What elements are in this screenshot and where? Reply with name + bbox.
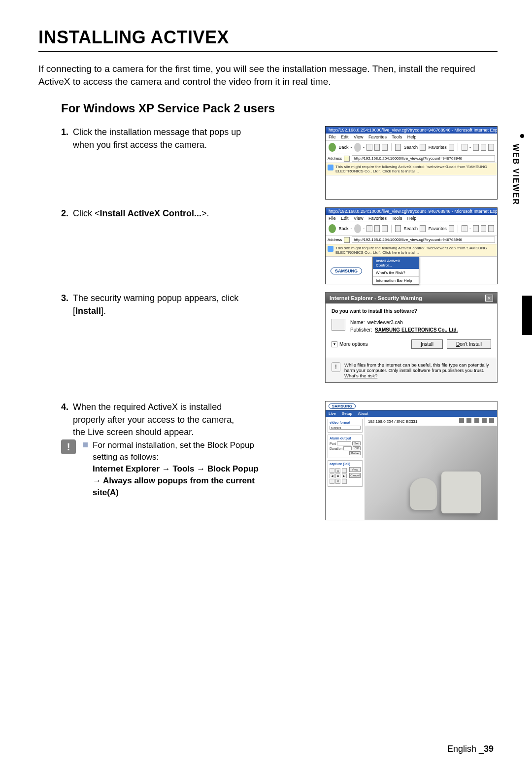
search-label: Search xyxy=(404,226,418,231)
ie1-window-title: http://192.168.0.254:10000/live_view.cgi… xyxy=(326,127,497,134)
favorites-icon[interactable] xyxy=(420,225,426,232)
mail-icon[interactable] xyxy=(462,144,467,151)
menu-edit[interactable]: Edit xyxy=(341,216,349,221)
tab-about[interactable]: About xyxy=(358,411,368,416)
arrow-left-icon[interactable]: ◀ xyxy=(330,473,334,478)
edit-icon[interactable] xyxy=(481,225,487,232)
cancel-button[interactable]: Cancel xyxy=(349,473,361,478)
menu-tools[interactable]: Tools xyxy=(392,216,402,221)
refresh-icon[interactable] xyxy=(374,144,380,151)
discuss-icon[interactable] xyxy=(488,144,494,151)
infobar-text: This site might require the following Ac… xyxy=(335,165,495,173)
mail-icon[interactable] xyxy=(462,225,467,232)
live-tool-icon[interactable] xyxy=(459,418,464,423)
menu-help[interactable]: Help xyxy=(407,135,417,139)
menu-file[interactable]: File xyxy=(329,135,336,139)
forward-icon[interactable] xyxy=(354,224,362,233)
page-icon xyxy=(344,156,350,162)
live-tool-icon[interactable] xyxy=(466,418,471,423)
live-tool-icon[interactable] xyxy=(489,418,494,423)
address-url[interactable]: http://192.168.0.254:10000/live_view.cgi… xyxy=(352,155,495,162)
live-tool-icon[interactable] xyxy=(474,418,479,423)
dont-install-button[interactable]: Don't Install xyxy=(447,339,491,349)
live-toolbar-icons xyxy=(458,418,494,424)
menu-favorites[interactable]: Favorites xyxy=(368,216,387,221)
favorites-icon[interactable] xyxy=(420,144,426,151)
ie2-information-bar[interactable]: This site might require the following Ac… xyxy=(326,244,497,257)
ie2-address-bar: Address http://192.168.0.254:10000/live_… xyxy=(326,236,497,244)
stop-icon[interactable] xyxy=(366,225,372,232)
arrow-down-icon[interactable]: ▼ xyxy=(335,479,340,484)
ctx-install-activex[interactable]: Install ActiveX Control... xyxy=(373,257,419,269)
set-button[interactable]: Set xyxy=(352,441,361,445)
port-input[interactable] xyxy=(337,441,351,445)
discuss-icon[interactable] xyxy=(488,225,494,232)
menu-tools[interactable]: Tools xyxy=(392,135,402,139)
more-options-toggle[interactable]: ▾ More options xyxy=(332,341,368,347)
media-icon[interactable] xyxy=(449,225,455,232)
print-icon[interactable] xyxy=(473,144,479,151)
intro-text: If connecting to a camera for the first … xyxy=(38,63,498,88)
tab-live[interactable]: Live xyxy=(329,411,336,416)
back-icon[interactable] xyxy=(329,224,336,233)
port-label: Port xyxy=(330,442,336,445)
step-2-text: Click <Install ActiveX Control...>. xyxy=(73,207,243,281)
step-3-text: The security warning popup appears, clic… xyxy=(73,292,243,393)
sec-title-text: Internet Explorer - Security Warning xyxy=(330,295,422,301)
menu-favorites[interactable]: Favorites xyxy=(368,135,387,139)
live-video-frame xyxy=(365,426,497,520)
pulse-button[interactable]: Pulse xyxy=(349,451,361,455)
video-format-select[interactable]: MJPEG xyxy=(330,426,361,430)
side-tab-label: WEB VIEWER xyxy=(511,142,520,205)
menu-help[interactable]: Help xyxy=(407,216,417,221)
off-button[interactable]: Off xyxy=(353,446,361,450)
step-4-text: When the required ActiveX is installed p… xyxy=(73,401,243,438)
nav-center-icon[interactable]: ■ xyxy=(335,473,340,478)
address-url[interactable]: http://192.168.0.254:10000/live_view.cgi… xyxy=(352,236,495,243)
ie1-menu-bar: File Edit View Favorites Tools Help xyxy=(326,134,497,141)
infobar-text: This site might require the following Ac… xyxy=(335,246,495,255)
media-icon[interactable] xyxy=(449,144,455,151)
arrow-up-icon[interactable]: ▲ xyxy=(335,468,340,473)
tab-setup[interactable]: Setup xyxy=(342,411,352,416)
menu-file[interactable]: File xyxy=(329,216,336,221)
live-sidebar: video format MJPEG Alarm output Port xyxy=(326,417,365,520)
duration-input[interactable] xyxy=(343,446,352,450)
screenshot-ie-2: http://192.168.0.254:10000/live_view.cgi… xyxy=(325,207,498,284)
refresh-icon[interactable] xyxy=(374,225,380,232)
step-3-number: 3. xyxy=(61,292,73,393)
ie2-window-title: http://192.168.0.254:10000/live_view.cgi… xyxy=(326,208,497,215)
page-title: INSTALLING ACTIVEX xyxy=(38,27,498,52)
ctx-whats-the-risk[interactable]: What's the Risk? xyxy=(373,269,419,276)
install-button[interactable]: Install xyxy=(411,339,443,349)
search-icon[interactable] xyxy=(395,225,401,232)
step-1-text: Click the installation message that pops… xyxy=(73,126,243,190)
more-options-label: More options xyxy=(339,341,368,347)
home-icon[interactable] xyxy=(382,225,388,232)
print-icon[interactable] xyxy=(473,225,479,232)
ie1-toolbar: Back - - Search Favorites xyxy=(326,141,497,154)
ie2-toolbar: Back - - Search Favorites xyxy=(326,222,497,236)
arrow-right-icon[interactable]: ▶ xyxy=(342,473,347,478)
menu-view[interactable]: View xyxy=(354,135,363,139)
dash3: - xyxy=(469,145,471,150)
edit-icon[interactable] xyxy=(481,144,487,151)
ie1-content xyxy=(326,175,497,199)
whats-the-risk-link[interactable]: What's the risk? xyxy=(344,373,377,378)
home-icon[interactable] xyxy=(382,144,388,151)
stop-icon[interactable] xyxy=(366,144,372,151)
back-icon[interactable] xyxy=(329,143,336,152)
ie1-information-bar[interactable]: This site might require the following Ac… xyxy=(326,163,497,175)
close-icon[interactable]: × xyxy=(485,295,493,302)
live-tabs: Live Setup About xyxy=(326,410,497,417)
sec-publisher-link[interactable]: SAMSUNG ELECTRONICS Co., Ltd. xyxy=(375,327,458,333)
back-label: Back xyxy=(339,145,349,150)
ie2-menu-bar: File Edit View Favorites Tools Help xyxy=(326,215,497,222)
menu-view[interactable]: View xyxy=(354,216,363,221)
view-button[interactable]: View xyxy=(349,467,361,472)
menu-edit[interactable]: Edit xyxy=(341,135,349,139)
live-tool-icon[interactable] xyxy=(482,418,487,423)
forward-icon[interactable] xyxy=(354,143,362,152)
ctx-info-bar-help[interactable]: Information Bar Help xyxy=(373,276,419,284)
search-icon[interactable] xyxy=(395,144,401,151)
